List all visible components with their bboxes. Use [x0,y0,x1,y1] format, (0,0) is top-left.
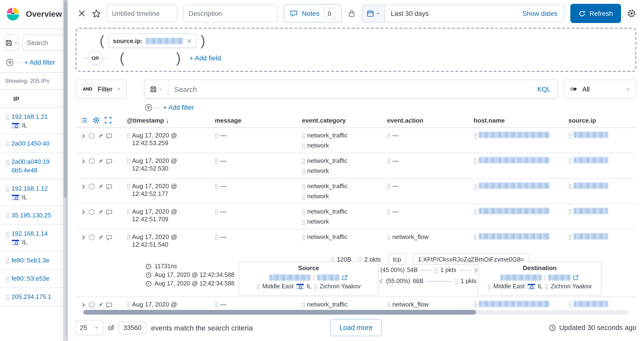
drag-handle[interactable] [387,301,390,307]
drag-handle[interactable] [6,212,9,219]
drag-handle[interactable] [474,158,477,164]
saved-query-menu-button[interactable] [5,35,19,51]
timeline-settings-button[interactable] [627,9,636,18]
date-range-label[interactable]: Last 30 days [385,10,429,17]
data-provider-filter-button[interactable]: AND Filter [76,80,127,99]
drag-handle[interactable] [545,283,548,289]
drag-handle[interactable] [387,234,390,240]
ip-link[interactable]: 6b5:4e48 [12,166,37,175]
ip-link[interactable]: 192.168.1.21 [12,113,48,121]
remove-filter-icon[interactable] [186,38,192,43]
geo-region[interactable]: Middle East [262,283,294,290]
query-drop-zone[interactable]: ( source.ip: ) OR ( ) + Add field [76,28,636,72]
add-note-icon[interactable] [106,234,112,241]
drag-handle[interactable] [257,283,260,289]
expand-event-button[interactable] [80,302,86,308]
refresh-button[interactable]: Refresh [570,4,621,23]
source-ip-filter-pill[interactable]: source.ip: [108,34,197,48]
geo-country[interactable]: IL [306,283,312,290]
page-scrollbar-thumb[interactable] [64,0,67,198]
geo-city[interactable]: Zichron Yaakov [551,283,592,290]
ip-link[interactable]: 192.168.1.12 [12,184,48,193]
add-note-icon[interactable] [106,209,112,215]
expand-event-button[interactable] [80,184,86,189]
drag-handle[interactable] [6,114,9,120]
drag-handle[interactable] [6,186,9,192]
drag-handle[interactable] [127,183,130,189]
favorite-timeline-button[interactable] [92,9,101,18]
column-header-message[interactable]: message [215,117,242,124]
kql-search-input[interactable] [168,85,530,93]
pin-event-icon[interactable] [97,158,104,165]
drag-handle[interactable] [387,183,390,189]
protocol-badge[interactable]: tcp [388,253,406,265]
ip-link[interactable]: fe80::5eb1:3e [12,256,50,265]
drag-handle[interactable] [387,132,390,138]
drag-handle[interactable] [6,294,9,300]
column-header-event-category[interactable]: event.category [302,117,346,124]
add-note-icon[interactable] [106,183,112,190]
ip-link[interactable]: 2a00:a040:19 [12,158,50,166]
event-row[interactable]: Aug 17, 2020 @ 12:42:51.540—network_traf… [76,229,636,252]
event-row[interactable]: Aug 17, 2020 @ 12:42:51.540—network_traf… [76,297,636,308]
drag-handle[interactable] [215,301,218,307]
page-scrollbar[interactable] [63,0,68,341]
drag-handle[interactable] [215,183,218,189]
geo-country[interactable]: IL [538,283,542,290]
field-browser-icon[interactable] [80,116,88,124]
drag-handle[interactable] [568,234,572,240]
page-size-select[interactable]: 25 [76,320,103,335]
drag-handle[interactable] [474,208,477,215]
drag-handle[interactable] [302,302,305,308]
drag-handle[interactable] [387,208,390,215]
drag-handle[interactable] [302,234,305,240]
drag-handle[interactable] [302,158,305,164]
ip-link[interactable]: 192.168.1.14 [12,229,48,238]
drag-handle[interactable] [127,158,130,164]
expand-event-button[interactable] [80,158,86,164]
drag-handle[interactable] [474,183,477,189]
drag-handle[interactable] [474,132,477,138]
timeline-add-filter-button[interactable]: + Add filter [163,104,194,111]
drag-handle[interactable] [302,219,305,225]
pin-event-icon[interactable] [97,132,104,139]
horizontal-scrollbar[interactable] [83,310,629,315]
drag-handle[interactable] [568,183,572,189]
drag-handle[interactable] [474,301,477,307]
add-field-button[interactable]: + Add field [190,54,221,62]
horizontal-scrollbar-thumb[interactable] [83,310,476,315]
lock-icon[interactable] [347,9,356,18]
geo-city[interactable]: Zichron Yaakov [320,283,360,290]
notes-button[interactable]: Notes 0 [284,4,342,23]
timeline-title-input[interactable] [107,4,178,23]
geo-region[interactable]: Middle East [494,283,525,290]
drag-handle[interactable] [127,208,130,215]
pin-event-icon[interactable] [97,301,104,308]
expand-event-button[interactable] [80,133,86,139]
ip-link[interactable]: 205.234.175.1 [12,293,51,301]
drag-handle[interactable] [302,193,305,200]
event-type-select[interactable]: All [564,80,636,99]
close-timeline-button[interactable] [78,9,86,18]
drag-handle[interactable] [302,133,305,139]
drag-handle[interactable] [435,267,438,273]
drag-handle[interactable] [127,132,130,138]
fullscreen-icon[interactable] [104,116,112,124]
pin-event-icon[interactable] [97,209,104,215]
kql-syntax-button[interactable]: KQL [530,85,558,93]
drag-handle[interactable] [488,283,491,289]
drag-handle[interactable] [215,132,218,138]
drag-handle[interactable] [568,301,572,307]
sidebar-add-filter-button[interactable]: + Add filter [24,59,55,66]
drag-handle[interactable] [387,158,390,164]
drag-handle[interactable] [215,208,218,215]
drag-handle[interactable] [127,234,130,240]
event-row[interactable]: Aug 17, 2020 @ 12:42:52.177—network_traf… [76,179,636,204]
drag-handle[interactable] [6,141,9,147]
external-link-icon[interactable] [342,274,348,280]
add-note-icon[interactable] [106,132,112,139]
ip-link[interactable]: fe80::53:e53e [12,274,50,283]
saved-query-menu-button[interactable] [144,80,168,98]
expand-event-button[interactable] [80,234,86,240]
pin-event-icon[interactable] [97,234,104,241]
